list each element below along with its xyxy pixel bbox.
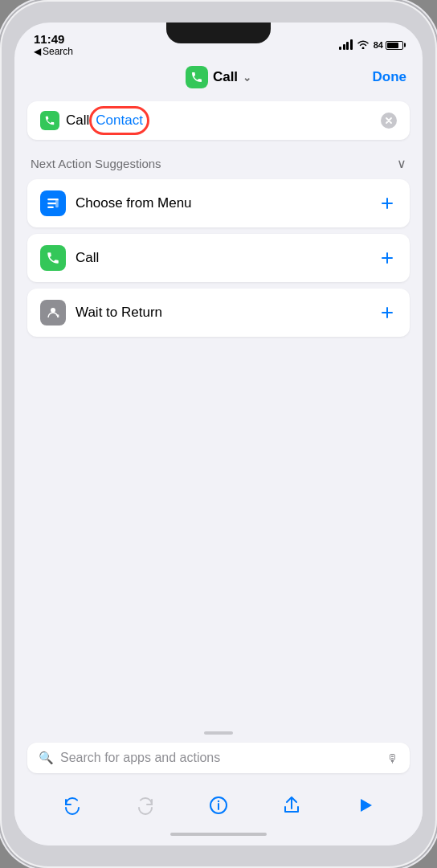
add-call-button[interactable] [378,248,397,268]
done-button[interactable]: Done [373,69,407,85]
svg-point-4 [51,308,55,313]
notch [166,23,271,43]
bottom-toolbar [27,784,410,829]
phone-frame: 11:49 ◀ Search [0,0,437,868]
call-app-icon [186,66,208,88]
share-button[interactable] [274,788,309,823]
drag-handle [204,731,233,735]
mic-icon[interactable]: 🎙 [386,751,398,765]
battery-icon [386,41,403,50]
svg-rect-1 [47,203,56,204]
section-header: Next Action Suggestions ∨ [27,153,410,179]
info-button[interactable] [201,788,236,823]
nav-chevron-icon: ⌄ [243,72,251,84]
phone-screen: 11:49 ◀ Search [14,23,423,845]
wifi-icon [357,39,370,51]
status-icons: 84 [339,39,403,51]
svg-rect-3 [55,199,59,208]
contact-badge[interactable]: Contact [96,113,143,129]
add-wait-button[interactable] [378,303,397,322]
section-chevron-icon[interactable]: ∨ [397,156,406,171]
call-action-card: Call Contact [27,101,410,140]
wait-icon [40,300,66,326]
svg-rect-2 [47,207,54,208]
search-bar[interactable]: 🔍 Search for apps and actions 🎙 [27,743,410,773]
play-button[interactable] [347,788,382,823]
status-time: 11:49 [34,33,73,47]
call-icon [40,111,59,130]
redo-button[interactable] [128,788,163,823]
search-placeholder: Search for apps and actions [60,751,380,765]
undo-button[interactable] [55,788,90,823]
nav-bar: Call ⌄ Done [14,61,423,93]
bottom-area: 🔍 Search for apps and actions 🎙 [14,725,423,845]
content-area: Call Contact Next Action Suggestions ∨ [14,93,423,351]
home-indicator [170,833,267,836]
clear-button[interactable] [381,113,397,129]
suggestion-call: Call [27,234,410,282]
add-choose-menu-button[interactable] [378,194,397,213]
nav-title: Call ⌄ [186,66,251,88]
signal-icon [339,40,353,50]
suggestion-wait-to-return: Wait to Return [27,289,410,337]
back-nav[interactable]: ◀ Search [34,46,73,57]
suggestion-choose-from-menu: Choose from Menu [27,179,410,227]
menu-icon [40,190,66,216]
call-suggestion-icon [40,245,66,271]
battery-container: 84 [374,40,403,50]
search-icon: 🔍 [39,751,54,765]
svg-point-6 [218,800,219,802]
